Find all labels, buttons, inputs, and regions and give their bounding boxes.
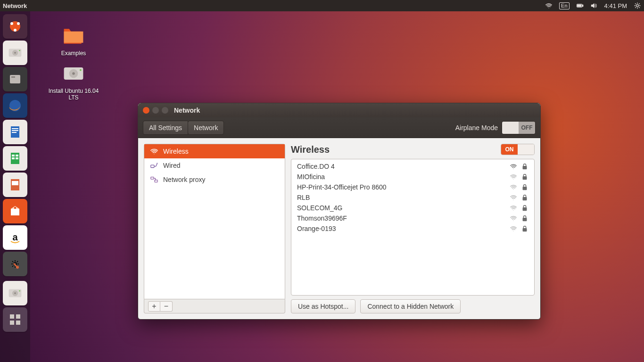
svg-rect-30 — [12, 181, 18, 185]
window-minimize-button[interactable] — [152, 107, 159, 114]
wifi-icon — [150, 147, 158, 156]
wireless-switch-state: ON — [501, 144, 518, 155]
launcher-workspace-icon[interactable] — [3, 307, 27, 332]
category-wired[interactable]: Wired — [144, 158, 285, 173]
detail-panel: Wireless ON Coffice.DO 4MIOficinaHP-Prin… — [291, 144, 535, 313]
sound-indicator[interactable] — [590, 2, 598, 9]
desktop-icon-install[interactable]: Install Ubuntu 16.04 LTS — [45, 61, 102, 101]
dash-icon[interactable] — [3, 14, 27, 39]
svg-rect-36 — [10, 321, 14, 325]
launcher-files-icon[interactable] — [3, 67, 27, 91]
category-label: Wired — [163, 162, 181, 169]
network-name: RLB — [297, 194, 506, 201]
network-row[interactable]: Coffice.DO 4 — [291, 161, 534, 172]
proxy-icon — [150, 175, 158, 184]
svg-rect-26 — [16, 155, 18, 156]
launcher-install-icon[interactable] — [3, 281, 27, 305]
window-titlebar[interactable]: Network — [138, 103, 540, 117]
detail-header: Wireless ON — [291, 144, 535, 155]
lock-icon — [521, 204, 528, 212]
network-name: Coffice.DO 4 — [297, 163, 506, 170]
category-list: Wireless Wired Network proxy — [144, 144, 285, 299]
detail-heading: Wireless — [291, 144, 501, 155]
svg-rect-31 — [14, 207, 16, 209]
launcher-amazon-icon[interactable]: a — [3, 225, 27, 250]
window-title: Network — [174, 107, 200, 114]
topbar-app-title: Network — [3, 2, 27, 9]
network-row[interactable]: Thomson39696F — [291, 213, 534, 223]
detail-footer: Use as Hotspot... Connect to a Hidden Ne… — [291, 299, 535, 313]
window-maximize-button[interactable] — [162, 107, 168, 114]
category-proxy[interactable]: Network proxy — [144, 173, 285, 187]
breadcrumb-network[interactable]: Network — [188, 121, 224, 135]
battery-indicator[interactable] — [576, 2, 584, 9]
network-indicator[interactable] — [545, 2, 553, 9]
lock-icon — [521, 194, 528, 201]
signal-icon — [510, 163, 517, 170]
signal-icon — [510, 214, 517, 222]
svg-point-14 — [10, 22, 13, 25]
signal-icon — [510, 173, 517, 181]
network-settings-window: Network All Settings Network Airplane Mo… — [138, 103, 541, 320]
top-menu-bar: Network En 4:41 PM — [0, 0, 644, 11]
signal-icon — [510, 225, 517, 232]
wired-icon — [150, 161, 158, 170]
network-list: Coffice.DO 4MIOficinaHP-Print-34-Officej… — [291, 159, 535, 296]
session-indicator[interactable] — [634, 2, 641, 9]
svg-rect-18 — [11, 76, 15, 78]
svg-rect-21 — [12, 128, 18, 129]
svg-rect-22 — [12, 130, 18, 131]
desktop-icon-examples[interactable]: Examples — [45, 24, 102, 57]
svg-point-15 — [17, 22, 20, 25]
svg-rect-34 — [10, 314, 14, 319]
launcher-calc-icon[interactable] — [3, 146, 27, 171]
category-panel: Wireless Wired Network proxy + − — [144, 144, 285, 313]
hidden-network-button[interactable]: Connect to a Hidden Network — [360, 299, 461, 313]
network-row[interactable]: HP-Print-34-Officejet Pro 8600 — [291, 182, 534, 192]
wireless-switch[interactable]: ON — [501, 144, 535, 155]
svg-rect-23 — [12, 132, 17, 133]
svg-point-33 — [16, 266, 19, 269]
hotspot-button[interactable]: Use as Hotspot... — [291, 299, 355, 313]
network-row[interactable]: Orange-0193 — [291, 223, 534, 234]
lang-indicator[interactable]: En — [559, 2, 569, 9]
category-footer: + − — [144, 299, 285, 313]
svg-point-16 — [14, 29, 17, 32]
unity-launcher: a — [0, 11, 30, 362]
svg-rect-17 — [10, 75, 20, 83]
breadcrumb-all-settings[interactable]: All Settings — [143, 121, 188, 135]
lock-icon — [521, 214, 528, 222]
lock-icon — [521, 163, 528, 170]
network-name: Thomson39696F — [297, 214, 506, 222]
category-wireless[interactable]: Wireless — [144, 144, 285, 158]
network-row[interactable]: MIOficina — [291, 172, 534, 182]
svg-text:a: a — [12, 232, 18, 242]
launcher-writer-icon[interactable] — [3, 120, 27, 144]
window-toolbar: All Settings Network Airplane Mode OFF — [138, 117, 540, 138]
desktop-icon-label: Install Ubuntu 16.04 LTS — [49, 88, 99, 101]
airplane-mode-switch[interactable]: OFF — [502, 121, 536, 134]
launcher-settings-icon[interactable] — [3, 252, 27, 276]
svg-rect-27 — [12, 157, 15, 159]
network-row[interactable]: SOLECOM_4G — [291, 203, 534, 213]
clock[interactable]: 4:41 PM — [604, 2, 627, 9]
network-row[interactable]: RLB — [291, 192, 534, 203]
launcher-software-icon[interactable] — [3, 199, 27, 223]
airplane-mode-state: OFF — [519, 122, 535, 134]
remove-connection-button[interactable]: − — [160, 301, 173, 312]
launcher-firefox-icon[interactable] — [3, 93, 27, 118]
launcher-impress-icon[interactable] — [3, 173, 27, 197]
airplane-mode-label: Airplane Mode — [455, 124, 498, 132]
lock-icon — [521, 183, 528, 191]
lock-icon — [521, 173, 528, 181]
category-label: Wireless — [163, 148, 189, 155]
lock-icon — [521, 225, 528, 232]
svg-rect-25 — [12, 155, 15, 156]
add-connection-button[interactable]: + — [148, 301, 160, 312]
signal-icon — [510, 183, 517, 191]
desktop-icon-label: Examples — [61, 50, 86, 57]
network-name: HP-Print-34-Officejet Pro 8600 — [297, 183, 506, 191]
signal-icon — [510, 204, 517, 212]
launcher-disks-icon[interactable] — [3, 41, 27, 65]
window-close-button[interactable] — [143, 107, 149, 114]
